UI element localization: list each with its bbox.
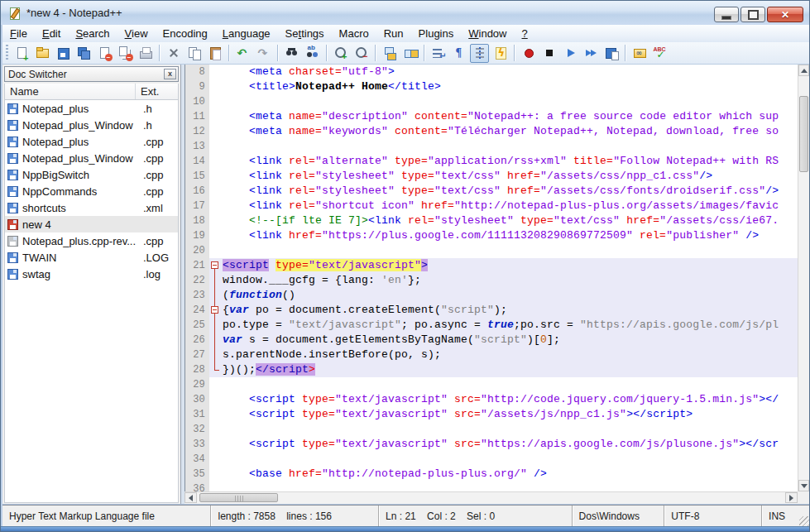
code-line[interactable]: 34 <box>185 452 798 467</box>
zoom-in-button[interactable] <box>331 44 350 63</box>
status-eol-format[interactable]: Dos\Windows <box>573 506 665 526</box>
column-header-ext[interactable]: Ext. <box>136 85 159 98</box>
code-line[interactable]: 24{var po = document.createElement("scri… <box>185 303 798 318</box>
menu-item-run[interactable]: Run <box>376 26 411 41</box>
close-button[interactable] <box>94 44 113 63</box>
new-file-button[interactable] <box>12 44 31 63</box>
doc-list-item[interactable]: new 4 <box>5 216 178 232</box>
code-editor[interactable]: 8 <meta charset="utf-8">9 <title>Notepad… <box>185 65 798 491</box>
find-button[interactable] <box>282 44 301 63</box>
code-line[interactable]: 33 <script type="text/javascript" src="h… <box>185 437 798 452</box>
undo-button[interactable] <box>233 44 252 63</box>
code-line[interactable]: 36 <box>185 482 798 491</box>
doc-list-item[interactable]: swtag.log <box>5 266 178 282</box>
doc-list-item[interactable]: Notepad_plus.h <box>5 100 178 117</box>
replace-button[interactable] <box>303 44 322 63</box>
menu-item-file[interactable]: File <box>2 26 35 41</box>
macro-play-button[interactable] <box>560 44 579 63</box>
macro-save-button[interactable] <box>602 44 621 63</box>
code-line[interactable]: 29 <box>185 377 798 392</box>
vertical-scrollbar[interactable] <box>798 65 809 491</box>
vertical-scroll-thumb[interactable] <box>799 96 808 172</box>
horizontal-scrollbar[interactable] <box>185 491 798 504</box>
status-encoding[interactable]: UTF-8 <box>664 506 762 526</box>
code-line[interactable]: 10 <box>185 94 798 109</box>
sync-h-button[interactable] <box>400 44 419 63</box>
save-all-button[interactable] <box>74 44 93 63</box>
doc-list-item[interactable]: shortcuts.xml <box>5 199 178 216</box>
code-line[interactable]: 8 <meta charset="utf-8"> <box>185 65 798 79</box>
code-line[interactable]: 32 <box>185 422 798 437</box>
horizontal-scroll-thumb[interactable] <box>199 493 278 502</box>
resize-grip[interactable] <box>799 516 809 526</box>
code-line[interactable]: 17 <link rel="shortcut icon" href="http:… <box>185 199 798 213</box>
word-wrap-button[interactable] <box>429 44 448 63</box>
folder-link-button[interactable] <box>630 44 649 63</box>
doc-switcher-close-button[interactable]: x <box>164 69 176 79</box>
close-all-button[interactable] <box>115 44 134 63</box>
open-file-button[interactable] <box>32 44 51 63</box>
close-button[interactable] <box>767 7 803 22</box>
fold-collapse-icon[interactable] <box>211 261 218 269</box>
menu-item-encoding[interactable]: Encoding <box>156 26 215 41</box>
status-insert-mode[interactable]: INS <box>762 506 799 526</box>
doc-list-item[interactable]: TWAIN.LOG <box>5 249 178 266</box>
code-line[interactable]: 12 <meta name="keywords" content="Téléch… <box>185 124 798 139</box>
code-line[interactable]: 18 <!--[if lte IE 7]><link rel="styleshe… <box>185 213 798 228</box>
doc-list-item[interactable]: NppCommands.cpp <box>5 183 178 199</box>
doc-list-item[interactable]: Notepad_plus_Window.h <box>5 117 178 133</box>
zoom-out-button[interactable] <box>352 44 371 63</box>
doc-list-item[interactable]: Notepad_plus.cpp-rev....cpp <box>5 232 178 249</box>
spell-check-button[interactable] <box>650 44 669 63</box>
macro-stop-button[interactable] <box>539 44 558 63</box>
column-header-name[interactable]: Name <box>5 84 136 99</box>
code-line[interactable]: 13 <box>185 139 798 154</box>
fold-margin[interactable] <box>209 303 221 318</box>
code-line[interactable]: 23(function() <box>185 288 798 303</box>
udl-button[interactable] <box>491 44 510 63</box>
code-line[interactable]: 11 <meta name="description" content="Not… <box>185 109 798 124</box>
sync-v-button[interactable] <box>380 44 399 63</box>
menu-item-plugins[interactable]: Plugins <box>411 26 462 41</box>
doc-list-item[interactable]: NppBigSwitch.cpp <box>5 166 178 183</box>
code-line[interactable]: 25po.type = "text/javascript"; po.async … <box>185 318 798 333</box>
scroll-left-button[interactable] <box>185 492 197 503</box>
doc-switcher-titlebar[interactable]: Doc Switcher x <box>4 66 179 82</box>
code-line[interactable]: 16 <link rel="stylesheet" type="text/css… <box>185 184 798 199</box>
scroll-up-button[interactable] <box>798 65 809 76</box>
code-line[interactable]: 19 <link href="https://plus.google.com/1… <box>185 228 798 243</box>
title-bar[interactable]: *new 4 - Notepad++ <box>1 1 809 25</box>
fold-collapse-icon[interactable] <box>211 306 218 314</box>
fold-margin[interactable] <box>209 258 221 273</box>
code-line[interactable]: 31 <script type="text/javascript" src="/… <box>185 407 798 422</box>
save-button[interactable] <box>53 44 72 63</box>
menu-item-help[interactable]: ? <box>514 26 534 41</box>
maximize-button[interactable] <box>741 7 765 22</box>
macro-multi-button[interactable] <box>581 44 600 63</box>
show-all-chars-button[interactable] <box>449 44 468 63</box>
code-line[interactable]: 22window.___gcfg = {lang: 'en'}; <box>185 273 798 288</box>
scroll-right-button[interactable] <box>785 492 798 503</box>
macro-record-button[interactable] <box>519 44 538 63</box>
indent-guide-button[interactable] <box>470 44 489 63</box>
code-line[interactable]: 15 <link rel="stylesheet" type="text/css… <box>185 169 798 184</box>
print-button[interactable] <box>136 44 155 63</box>
paste-button[interactable] <box>205 44 224 63</box>
copy-button[interactable] <box>185 44 204 63</box>
cut-button[interactable] <box>164 44 183 63</box>
toolbar-grip[interactable] <box>6 45 8 61</box>
code-line[interactable]: 21<script type="text/javascript"> <box>185 258 798 273</box>
menu-item-view[interactable]: View <box>117 26 156 41</box>
code-line[interactable]: 9 <title>Notepad++ Home</title> <box>185 79 798 94</box>
menu-item-edit[interactable]: Edit <box>35 26 68 41</box>
code-line[interactable]: 26var s = document.getElementsByTagName(… <box>185 333 798 347</box>
doc-list-item[interactable]: Notepad_plus_Window.cpp <box>5 150 178 166</box>
code-line[interactable]: 20 <box>185 243 798 258</box>
doc-list-item[interactable]: Notepad_plus.cpp <box>5 133 178 150</box>
code-line[interactable]: 30 <script type="text/javascript" src="h… <box>185 392 798 407</box>
scroll-down-button[interactable] <box>798 480 809 491</box>
code-line[interactable]: 27s.parentNode.insertBefore(po, s); <box>185 347 798 362</box>
menu-item-search[interactable]: Search <box>68 26 117 41</box>
menu-item-window[interactable]: Window <box>461 26 514 41</box>
code-line[interactable]: 35 <base href="http://notepad-plus-plus.… <box>185 467 798 482</box>
